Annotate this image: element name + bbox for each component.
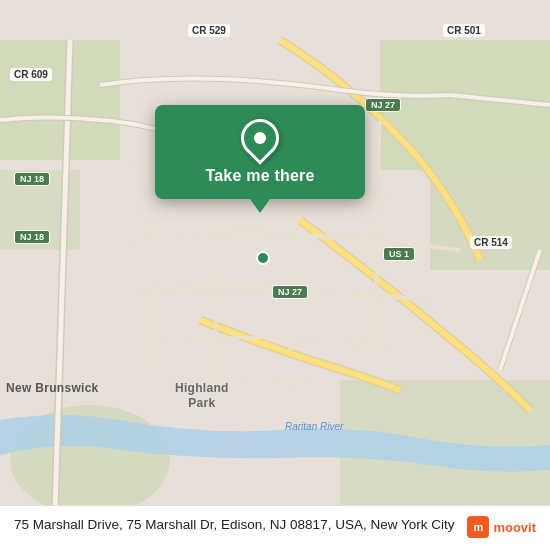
road-label-nj27-top: NJ 27 (365, 98, 401, 112)
bottom-bar: 75 Marshall Drive, 75 Marshall Dr, Ediso… (0, 505, 550, 550)
address-text: 75 Marshall Drive, 75 Marshall Dr, Ediso… (14, 516, 459, 535)
svg-rect-3 (430, 170, 550, 270)
river-label-raritan: Raritan River (285, 421, 343, 432)
road-label-cr501: CR 501 (443, 24, 485, 37)
road-label-nj18-top: NJ 18 (14, 172, 50, 186)
map-popup[interactable]: Take me there (155, 105, 365, 199)
road-label-us1: US 1 (383, 247, 415, 261)
road-label-nj18-bot: NJ 18 (14, 230, 50, 244)
map-container: NJ 18 NJ 18 NJ 27 NJ 27 US 1 CR 609 CR 5… (0, 0, 550, 550)
svg-point-7 (257, 252, 269, 264)
map-svg (0, 0, 550, 550)
road-label-cr609: CR 609 (10, 68, 52, 81)
moovit-logo-text: moovit (493, 520, 536, 535)
svg-rect-1 (0, 40, 120, 160)
moovit-logo-icon: m (467, 516, 489, 538)
road-label-cr529: CR 529 (188, 24, 230, 37)
city-label-new-brunswick: New Brunswick (6, 381, 99, 395)
location-pin-icon (233, 111, 287, 165)
moovit-logo: m moovit (467, 516, 536, 538)
road-label-nj27-bot: NJ 27 (272, 285, 308, 299)
city-label-highland-park: HighlandPark (175, 381, 229, 410)
road-label-cr514: CR 514 (470, 236, 512, 249)
popup-label: Take me there (205, 167, 314, 185)
